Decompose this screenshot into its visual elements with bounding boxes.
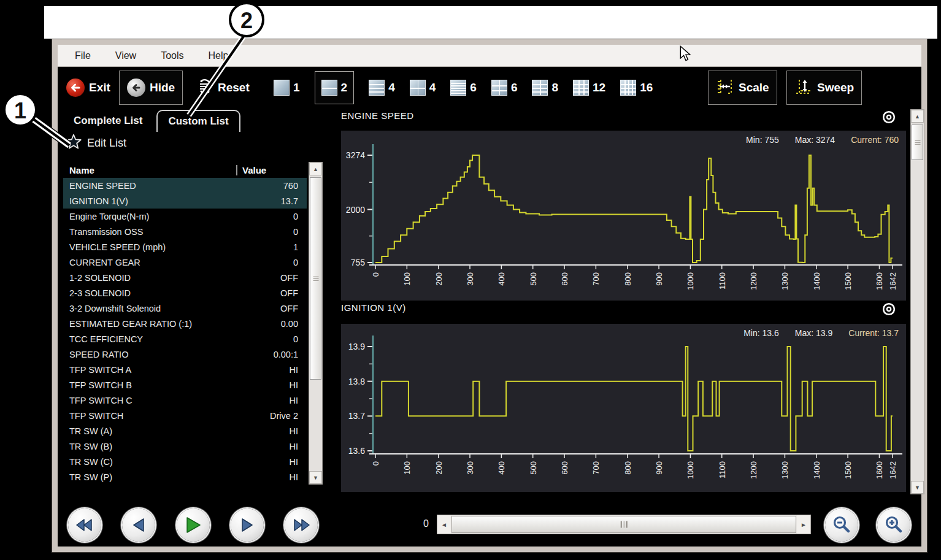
table-row[interactable]: TR SW (C) HI: [63, 454, 307, 469]
step-back-button[interactable]: [122, 508, 155, 542]
table-row[interactable]: TR SW (A) HI: [63, 423, 307, 439]
sweep-button[interactable]: Sweep: [786, 71, 862, 105]
table-row[interactable]: 2-3 SOLENOID OFF: [63, 285, 307, 301]
chart-scrollbar[interactable]: ▲ ▼: [910, 109, 924, 494]
parameter-name: 1-2 SOLENOID: [63, 273, 280, 283]
reset-button[interactable]: Reset: [196, 67, 250, 109]
table-row[interactable]: SPEED RATIO 0.00:1: [63, 347, 307, 362]
layout-button-2-1[interactable]: 2: [315, 71, 355, 104]
edit-list-button[interactable]: Edit List: [65, 133, 126, 153]
table-row[interactable]: Engine Torque(N-m) 0: [63, 209, 307, 224]
fast-forward-button[interactable]: [285, 508, 318, 542]
layout-button-label: 6: [511, 81, 518, 94]
menu-item-view[interactable]: View: [115, 50, 136, 61]
menu-item-help[interactable]: Help: [209, 50, 229, 61]
svg-text:1000: 1000: [686, 461, 695, 479]
rewind-button[interactable]: [68, 508, 101, 542]
table-row[interactable]: TFP SWITCH B HI: [63, 377, 307, 393]
parameter-value: HI: [290, 457, 307, 467]
svg-text:300: 300: [466, 272, 475, 286]
parameter-value: OFF: [280, 304, 307, 313]
chart-scroll-up-arrow[interactable]: ▲: [911, 110, 924, 123]
table-scrollbar-thumb[interactable]: [310, 177, 321, 380]
table-row[interactable]: CURRENT GEAR 0: [63, 255, 307, 270]
zoom-out-button[interactable]: [825, 508, 858, 542]
table-row[interactable]: 3-2 Downshift Solenoid OFF: [63, 301, 307, 316]
parameter-name: ESTIMATED GEAR RATIO (:1): [63, 319, 281, 329]
layout-button-4-3[interactable]: 4: [410, 71, 436, 104]
timeline-scrollbar-thumb[interactable]: [451, 516, 796, 533]
exit-arrow-icon: [66, 79, 85, 97]
parameter-value: HI: [290, 472, 307, 482]
parameter-name: TFP SWITCH B: [63, 380, 290, 390]
layout-button-label: 12: [593, 81, 605, 94]
step-forward-button[interactable]: [231, 508, 264, 542]
parameter-name: ENGINE SPEED: [63, 181, 283, 191]
parameter-value: 0.00:1: [274, 350, 307, 359]
exit-button[interactable]: Exit: [66, 67, 110, 109]
table-row[interactable]: VEHICLE SPEED (mph) 1: [63, 239, 307, 255]
scrollbar-grip: [621, 521, 628, 528]
svg-text:1100: 1100: [718, 461, 727, 478]
layout-button-label: 4: [429, 81, 436, 94]
table-scroll-up-arrow[interactable]: ▲: [309, 163, 322, 175]
timeline-scrollbar[interactable]: ◄ ►: [437, 515, 811, 534]
layout-button-4-2[interactable]: 4: [369, 71, 395, 104]
menu-item-file[interactable]: File: [75, 50, 91, 61]
tab-custom-list[interactable]: Custom List: [156, 110, 240, 132]
hide-arrow-icon: [127, 79, 145, 97]
timeline-scroll-right-arrow[interactable]: ►: [797, 515, 810, 534]
zoom-in-button[interactable]: [877, 508, 910, 542]
chart-stats: Min: 755 Max: 3274 Current: 760: [746, 135, 899, 145]
record-toggle-icon[interactable]: [882, 302, 896, 316]
hide-button[interactable]: Hide: [119, 71, 183, 105]
table-row[interactable]: TR SW (P) HI: [63, 469, 307, 485]
table-row[interactable]: TFP SWITCH C HI: [63, 393, 307, 408]
parameter-value: 0: [293, 212, 307, 221]
table-scroll-down-arrow[interactable]: ▼: [309, 471, 322, 484]
parameter-value: 760: [283, 181, 307, 191]
svg-text:1100: 1100: [718, 272, 727, 290]
menu-item-tools[interactable]: Tools: [161, 50, 183, 61]
layout-button-1-0[interactable]: 1: [274, 71, 300, 104]
svg-text:1200: 1200: [749, 272, 758, 290]
svg-text:1400: 1400: [812, 272, 821, 290]
parameter-value: HI: [290, 396, 307, 405]
chart-scrollbar-thumb[interactable]: [912, 125, 923, 160]
chart-scroll-down-arrow[interactable]: ▼: [911, 481, 924, 494]
column-header-name: Name: [63, 165, 236, 175]
table-row[interactable]: ESTIMATED GEAR RATIO (:1) 0.00: [63, 316, 307, 331]
layout-button-6-4[interactable]: 6: [450, 71, 477, 104]
table-row[interactable]: ENGINE SPEED 760: [63, 178, 307, 193]
grid-4x2-icon: [532, 80, 548, 96]
layout-button-6-5[interactable]: 6: [491, 71, 518, 104]
table-row[interactable]: Transmission OSS 0: [63, 224, 307, 239]
table-row[interactable]: TCC EFFICIENCY 0: [63, 331, 307, 347]
svg-text:500: 500: [529, 272, 538, 286]
svg-text:1300: 1300: [780, 461, 789, 479]
parameter-name: Transmission OSS: [63, 227, 293, 237]
parameter-value: 0: [293, 227, 307, 237]
svg-text:3274: 3274: [346, 150, 365, 160]
table-row[interactable]: 1-2 SOLENOID OFF: [63, 270, 307, 285]
table-row[interactable]: TFP SWITCH Drive 2: [63, 408, 307, 423]
callout-circle-1: [4, 94, 36, 126]
layout-button-12-7[interactable]: 12: [573, 71, 605, 104]
timeline-scroll-left-arrow[interactable]: ◄: [437, 515, 451, 534]
scale-button[interactable]: Scale: [708, 71, 777, 105]
svg-text:1300: 1300: [780, 272, 789, 290]
parameter-name: TFP SWITCH: [63, 411, 270, 421]
table-row[interactable]: TR SW (B) HI: [63, 439, 307, 454]
table-row[interactable]: IGNITION 1(V) 13.7: [63, 193, 307, 209]
svg-text:400: 400: [497, 461, 506, 475]
svg-text:0: 0: [371, 272, 380, 277]
layout-button-8-6[interactable]: 8: [532, 71, 558, 104]
table-row[interactable]: TFP SWITCH A HI: [63, 362, 307, 377]
record-toggle-icon[interactable]: [882, 110, 896, 124]
svg-text:1642: 1642: [888, 272, 897, 290]
tab-complete-list[interactable]: Complete List: [74, 115, 142, 127]
table-scrollbar[interactable]: ▲ ▼: [309, 162, 323, 485]
layout-button-16-8[interactable]: 16: [620, 71, 653, 104]
play-button[interactable]: [177, 508, 210, 542]
parameter-name: Engine Torque(N-m): [63, 212, 293, 221]
